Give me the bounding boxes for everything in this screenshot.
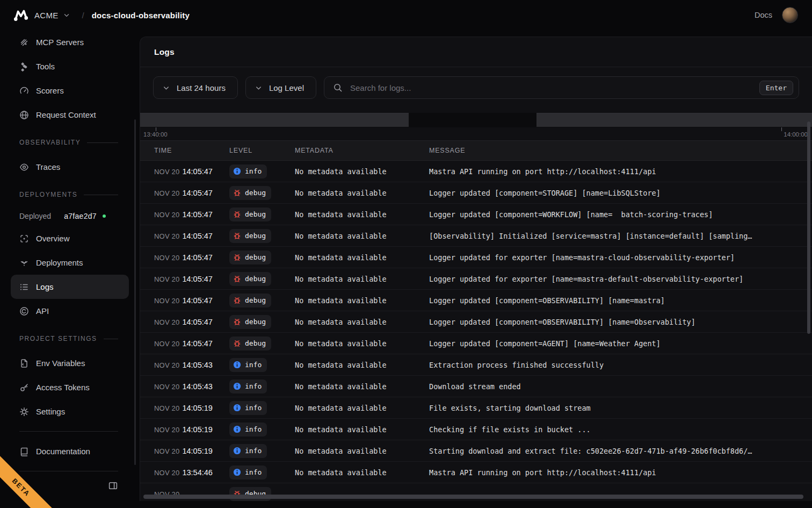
deployed-status-row[interactable]: Deployed a7fae2d7 [19,207,129,225]
table-row[interactable]: NOV 2014:05:19 info No metadata availabl… [140,397,812,419]
level-badge: debug [229,315,271,329]
time-cell: NOV 2014:05:47 [154,253,229,262]
table-row[interactable]: NOV 2014:05:19 info No metadata availabl… [140,419,812,440]
mastra-logo-icon[interactable] [14,9,28,22]
level-badge: info [229,401,267,415]
timeline-band[interactable] [140,113,812,127]
vertical-scrollbar[interactable] [807,121,810,334]
table-row[interactable]: NOV 2014:05:47 debug No metadata availab… [140,268,812,290]
sidebar-item-tools[interactable]: Tools [11,54,129,78]
table-row[interactable]: NOV 2014:05:47 info No metadata availabl… [140,161,812,182]
sidebar-item-logs[interactable]: Logs [11,275,129,299]
log-level-dropdown[interactable]: Log Level [245,76,316,99]
sidebar-item-label: Traces [36,162,60,171]
column-header-time[interactable]: TIME [154,147,229,154]
table-row[interactable]: NOV 2013:54:46 info No metadata availabl… [140,462,812,483]
gauge-icon [19,86,29,96]
sidebar-item-label: Request Context [36,110,96,119]
table-row[interactable]: NOV 2014:05:19 info No metadata availabl… [140,440,812,462]
info-icon [233,382,241,390]
column-header-level[interactable]: LEVEL [229,147,295,154]
list-icon [19,282,29,292]
timeline-tick [781,127,782,131]
table-row[interactable]: NOV 2014:05:47 debug No metadata availab… [140,311,812,333]
table-row[interactable]: NOV 2014:05:47 debug No metadata availab… [140,204,812,225]
sidebar-item-settings[interactable]: Settings [11,399,129,424]
file-code-icon [19,359,29,368]
sidebar-item-deployments[interactable]: Deployments [11,251,129,275]
sidebar-item-label: Access Tokens [36,383,90,392]
log-date: NOV 20 [154,275,179,283]
table-row[interactable]: NOV 2014:05:43 info No metadata availabl… [140,376,812,397]
level-cell: debug [229,208,295,221]
docs-link[interactable]: Docs [755,11,772,19]
log-message: Mastra API running on port http://localh… [429,167,812,176]
table-row[interactable]: NOV 2014:05:47 debug No metadata availab… [140,225,812,247]
time-range-dropdown[interactable]: Last 24 hours [153,76,238,99]
sidebar-item-scorers[interactable]: Scorers [11,78,129,103]
log-message: Logger updated [component=STORAGE] [name… [429,189,812,197]
table-row[interactable]: NOV 2014:05:43 info No metadata availabl… [140,354,812,376]
search-input[interactable] [350,83,752,92]
log-date: NOV 20 [154,447,179,455]
level-cell: debug [229,186,295,200]
table-row[interactable]: NOV 2014:05:47 debug No metadata availab… [140,182,812,204]
time-cell: NOV 2014:05:47 [154,274,229,284]
bug-icon [233,232,241,240]
book-icon [19,447,29,456]
level-badge: info [229,358,267,372]
log-metadata: No metadata available [295,210,429,219]
sidebar-item-api[interactable]: API [11,299,129,323]
sidebar-item-mcp-servers[interactable]: MCP Servers [11,30,129,54]
column-header-metadata[interactable]: METADATA [295,147,429,154]
log-time: 14:05:47 [182,253,212,262]
level-badge: debug [229,272,271,286]
time-cell: NOV 2014:05:47 [154,317,229,327]
log-metadata: No metadata available [295,318,429,326]
sidebar-item-label: Env Variables [36,359,85,368]
sidebar-item-label: API [36,306,49,316]
breadcrumb-project-name[interactable]: docs-cloud-observability [92,11,190,20]
timeline-segment[interactable] [536,113,812,127]
time-cell: NOV 2014:05:47 [154,167,229,176]
timeline-labels: 13:40:00 14:00:00 [140,127,812,140]
level-badge: debug [229,251,271,264]
bug-icon [233,210,241,218]
search-bar[interactable]: Enter [324,76,799,99]
log-time: 14:05:47 [182,275,212,283]
sidebar-item-traces[interactable]: Traces [11,155,129,179]
table-row[interactable]: NOV 2014:05:47 debug No metadata availab… [140,290,812,311]
table-row[interactable]: NOV 2014:05:47 debug No metadata availab… [140,247,812,268]
sidebar-scrollbar[interactable] [134,119,136,465]
bug-icon [233,318,241,326]
sidebar-item-access-tokens[interactable]: Access Tokens [11,375,129,399]
level-cell: info [229,423,295,437]
sidebar-item-documentation[interactable]: Documentation [11,439,129,463]
log-metadata: No metadata available [295,425,429,434]
org-name[interactable]: ACME [34,11,59,20]
time-range-value: Last 24 hours [177,83,226,92]
sidebar-item-label: MCP Servers [36,38,84,47]
sidebar-item-request-context[interactable]: Request Context [11,103,129,127]
org-switcher-chevron-icon[interactable] [63,11,70,19]
log-metadata: No metadata available [295,232,429,240]
log-message: Logger updated [component=AGENT] [name=W… [429,339,812,348]
eye-icon [19,162,29,172]
level-label: info [245,382,262,390]
section-header-label: OBSERVABILITY [19,139,81,146]
log-time: 14:05:19 [182,404,212,412]
log-date: NOV 20 [154,211,179,219]
collapse-sidebar-button[interactable] [108,481,118,491]
timeline-segment[interactable] [140,113,409,127]
time-cell: NOV 2014:05:19 [154,425,229,434]
log-date: NOV 20 [154,189,179,197]
topbar: ACME / docs-cloud-observability Docs [0,0,812,30]
column-header-message[interactable]: MESSAGE [429,147,812,154]
horizontal-scrollbar[interactable] [143,495,803,499]
table-row[interactable]: NOV 2014:05:47 debug No metadata availab… [140,333,812,354]
user-avatar[interactable] [782,7,798,23]
sidebar-item-env-variables[interactable]: Env Variables [11,351,129,375]
panel-right-icon [108,481,118,491]
log-message: Checking if file exists in bucket ... [429,425,812,434]
sidebar-item-overview[interactable]: Overview [11,226,129,251]
